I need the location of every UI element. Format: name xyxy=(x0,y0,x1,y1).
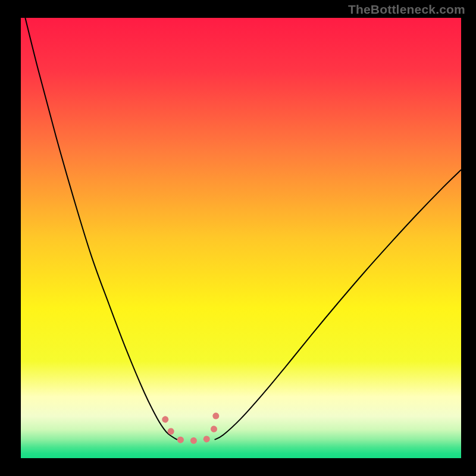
chart-frame: TheBottleneck.com xyxy=(0,0,476,476)
bottleneck-chart xyxy=(21,18,461,458)
plot-area xyxy=(21,18,461,458)
watermark-text: TheBottleneck.com xyxy=(348,2,465,17)
